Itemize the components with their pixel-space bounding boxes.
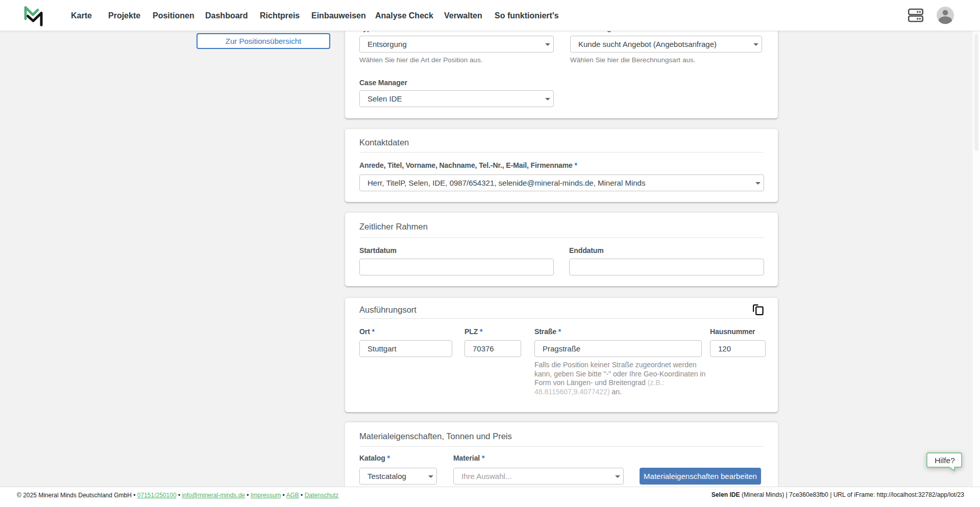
svg-text:Hilfe?: Hilfe? xyxy=(935,456,955,465)
